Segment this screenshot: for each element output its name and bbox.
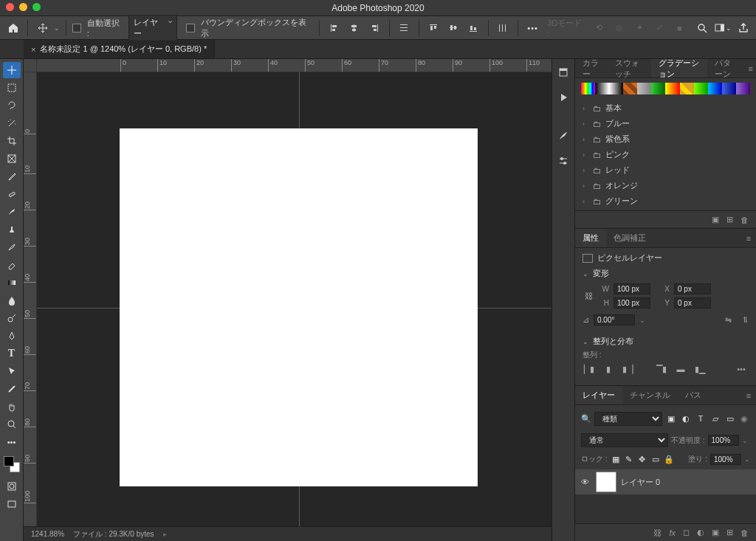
share-button[interactable] [735, 19, 752, 37]
gradient-swatch[interactable] [609, 83, 623, 94]
x-input[interactable] [674, 283, 711, 294]
gradient-swatch[interactable] [708, 83, 722, 94]
blend-mode-dropdown[interactable]: 通常 [581, 433, 668, 447]
minimize-window-button[interactable] [19, 3, 27, 11]
lock-artboard-icon[interactable]: ▭ [650, 450, 661, 468]
fill-input[interactable] [710, 454, 741, 465]
more-options-button[interactable]: ••• [524, 19, 541, 37]
align-hcenter-button[interactable] [346, 19, 362, 37]
link-wh-icon[interactable]: ⛓ [583, 292, 594, 300]
edit-toolbar-button[interactable]: ••• [3, 434, 21, 450]
height-input[interactable] [614, 297, 650, 309]
gradient-swatch[interactable] [595, 83, 609, 94]
settings-panel-icon[interactable] [554, 152, 572, 170]
gradient-swatch[interactable] [722, 83, 736, 94]
crop-tool[interactable] [3, 133, 21, 149]
path-select-tool[interactable] [3, 363, 21, 379]
gradient-swatch[interactable] [581, 83, 595, 94]
auto-select-target-dropdown[interactable]: レイヤー [128, 15, 177, 41]
align-top-btn[interactable]: ▔▮ [655, 363, 668, 375]
hand-tool[interactable] [3, 399, 21, 415]
flip-v-icon[interactable]: ⥮ [742, 315, 749, 325]
quickmask-button[interactable] [3, 478, 21, 495]
tab-swatches[interactable]: スウォッチ [608, 59, 652, 77]
tab-adjustments[interactable]: 色調補正 [606, 229, 653, 247]
gradient-tool[interactable] [3, 275, 21, 291]
lock-all-icon[interactable]: 🔒 [664, 450, 674, 468]
align-top-button[interactable] [425, 19, 442, 37]
auto-select-checkbox[interactable] [72, 24, 81, 32]
eyedropper-tool[interactable] [3, 168, 21, 185]
opacity-input[interactable] [708, 435, 739, 446]
actions-panel-icon[interactable] [554, 89, 572, 106]
gradient-swatch[interactable] [637, 83, 651, 94]
lock-position-icon[interactable]: ✥ [637, 450, 647, 468]
move-tool[interactable] [3, 62, 21, 78]
frame-tool[interactable] [3, 151, 21, 167]
align-left-btn[interactable]: ▏▮ [583, 363, 596, 375]
tab-patterns[interactable]: パターン [707, 59, 746, 77]
home-button[interactable] [4, 19, 21, 37]
layer-thumbnail[interactable] [596, 472, 616, 492]
filter-type-icon[interactable]: T [695, 410, 707, 427]
filter-shape-icon[interactable]: ▱ [709, 410, 721, 427]
layer-mask-icon[interactable]: ◻ [683, 528, 690, 537]
panel-menu-button[interactable]: ≡ [741, 386, 756, 404]
angle-input[interactable] [594, 314, 635, 325]
stamp-tool[interactable] [3, 221, 21, 238]
blur-tool[interactable] [3, 292, 21, 309]
dist-1-button[interactable] [396, 19, 413, 37]
tab-channels[interactable]: チャンネル [622, 386, 678, 404]
document-tab[interactable]: × 名称未設定 1 @ 1240% (レイヤー 0, RGB/8) * [24, 40, 215, 58]
lock-paint-icon[interactable]: ✎ [624, 450, 634, 468]
align-more-button[interactable]: ••• [734, 363, 749, 375]
filter-image-icon[interactable]: ▣ [665, 410, 677, 427]
close-tab-icon[interactable]: × [31, 45, 35, 54]
new-item-icon[interactable]: ⊞ [726, 215, 733, 224]
width-input[interactable] [614, 283, 650, 294]
layer-fx-icon[interactable]: fx [669, 528, 676, 537]
history-brush-tool[interactable] [3, 239, 21, 255]
gradient-swatch[interactable] [736, 83, 750, 94]
gradient-folder-row[interactable]: ›🗀基本 [575, 100, 756, 116]
y-input[interactable] [674, 297, 711, 309]
gradient-folder-row[interactable]: ›🗀オレンジ [575, 178, 756, 193]
search-button[interactable] [694, 19, 711, 37]
layer-list[interactable]: 👁 レイヤー 0 [575, 469, 756, 523]
pen-tool[interactable] [3, 328, 21, 344]
align-section-header[interactable]: ⌄整列と分布 [575, 333, 756, 350]
show-transform-checkbox[interactable] [186, 24, 195, 32]
layer-filter-dropdown[interactable]: 種類 [594, 412, 662, 426]
gradient-swatch[interactable] [623, 83, 637, 94]
new-group-icon[interactable]: ▣ [712, 528, 719, 537]
adjustment-layer-icon[interactable]: ◐ [697, 528, 704, 537]
gradient-folder-row[interactable]: ›🗀ブルー [575, 116, 756, 131]
filter-toggle[interactable]: ◉ [739, 410, 749, 427]
brush-tool[interactable] [3, 204, 21, 220]
new-layer-icon[interactable]: ⊞ [726, 528, 733, 537]
screenmode-button[interactable] [3, 496, 21, 512]
gradient-folder-row[interactable]: ›🗀紫色系 [575, 131, 756, 147]
gradient-folder-row[interactable]: ›🗀レッド [575, 162, 756, 178]
panel-menu-button[interactable]: ≡ [746, 59, 756, 77]
align-vcenter-button[interactable] [445, 19, 462, 37]
artboard[interactable] [120, 128, 478, 486]
gradient-swatch[interactable] [651, 83, 665, 94]
tab-layers[interactable]: レイヤー [575, 386, 622, 404]
tab-properties[interactable]: 属性 [575, 229, 606, 247]
align-bottom-button[interactable] [465, 19, 482, 37]
tab-gradients[interactable]: グラデーション [651, 59, 707, 77]
shape-tool[interactable] [3, 381, 21, 397]
gradient-swatch[interactable] [694, 83, 708, 94]
gradient-folder-row[interactable]: ›🗀グリーン [575, 193, 756, 209]
lock-pixels-icon[interactable]: ▦ [611, 450, 621, 468]
color-swatches[interactable] [4, 456, 20, 472]
type-tool[interactable]: T [3, 345, 21, 362]
gradient-swatch[interactable] [665, 83, 679, 94]
zoom-window-button[interactable] [32, 3, 41, 11]
zoom-level[interactable]: 1241.88% [31, 530, 64, 538]
file-info[interactable]: ファイル : 29.3K/0 bytes [73, 529, 154, 540]
tab-paths[interactable]: パス [678, 386, 709, 404]
zoom-tool[interactable] [3, 416, 21, 433]
heal-tool[interactable] [3, 186, 21, 202]
